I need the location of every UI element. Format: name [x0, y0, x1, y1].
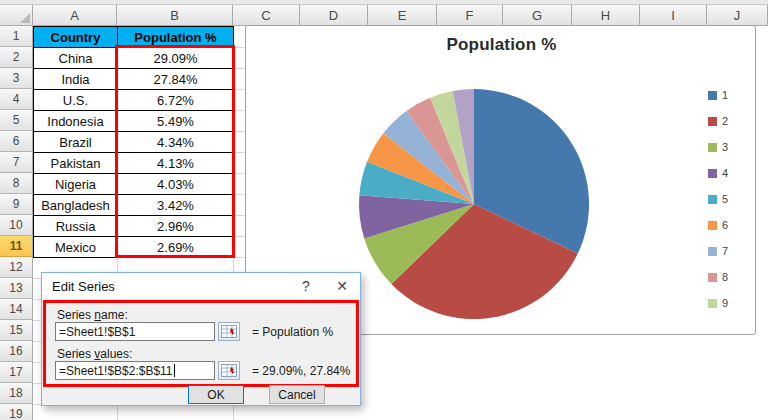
row-header-11[interactable]: 11	[0, 236, 33, 257]
row-header-15[interactable]: 15	[0, 320, 33, 341]
cell[interactable]: Pakistan	[34, 153, 118, 174]
cell[interactable]: 4.03%	[118, 174, 234, 195]
legend-label: 9	[722, 297, 728, 309]
column-header-G[interactable]: G	[503, 5, 572, 26]
legend-label: 3	[722, 141, 728, 153]
table-row: U.S.6.72%	[34, 90, 234, 111]
row-header-6[interactable]: 6	[0, 131, 33, 152]
series-name-input[interactable]: =Sheet1!$B$1	[55, 322, 215, 341]
chart-legend: 123456789	[708, 89, 728, 309]
row-header-8[interactable]: 8	[0, 173, 33, 194]
header-cell[interactable]: Population %	[118, 27, 234, 48]
row-header-9[interactable]: 9	[0, 194, 33, 215]
collapse-dialog-button[interactable]	[218, 322, 240, 341]
series-values-input[interactable]: =Sheet1!$B$2:$B$11	[55, 361, 215, 380]
range-selector-icon	[221, 325, 237, 338]
row-header-5[interactable]: 5	[0, 110, 33, 131]
select-all-triangle-icon	[20, 13, 30, 23]
legend-item-1[interactable]: 1	[708, 89, 728, 101]
row-header-16[interactable]: 16	[0, 341, 33, 362]
column-header-H[interactable]: H	[572, 5, 640, 26]
column-header-F[interactable]: F	[437, 5, 503, 26]
cell[interactable]: 3.42%	[118, 195, 234, 216]
table-row: Pakistan4.13%	[34, 153, 234, 174]
row-header-19[interactable]: 19	[0, 404, 33, 420]
series-name-label: Series name:	[57, 308, 128, 322]
ok-button[interactable]: OK	[188, 385, 244, 404]
row-header-4[interactable]: 4	[0, 89, 33, 110]
legend-label: 6	[722, 219, 728, 231]
legend-item-2[interactable]: 2	[708, 115, 728, 127]
legend-item-9[interactable]: 9	[708, 297, 728, 309]
cell[interactable]: 6.72%	[118, 90, 234, 111]
legend-swatch	[708, 91, 717, 100]
legend-swatch	[708, 195, 717, 204]
legend-item-4[interactable]: 4	[708, 167, 728, 179]
header-cell[interactable]: Country	[34, 27, 118, 48]
cell[interactable]: 27.84%	[118, 69, 234, 90]
dialog-fields-annotation-box: Series name: =Sheet1!$B$1 = Population %…	[43, 300, 359, 387]
country-population-table: CountryPopulation %China29.09%India27.84…	[33, 26, 234, 258]
series-values-label: Series values:	[57, 347, 132, 361]
edit-series-dialog: Edit Series ? ✕ Series name: =Sheet1!$B$…	[41, 272, 361, 406]
text-cursor	[174, 364, 175, 377]
legend-swatch	[708, 299, 717, 308]
row-header-17[interactable]: 17	[0, 362, 33, 383]
column-header-I[interactable]: I	[640, 5, 707, 26]
column-header-E[interactable]: E	[368, 5, 437, 26]
table-row: Russia2.96%	[34, 216, 234, 237]
table-row: Indonesia5.49%	[34, 111, 234, 132]
dialog-titlebar[interactable]: Edit Series ? ✕	[42, 273, 360, 299]
cell[interactable]: Bangladesh	[34, 195, 118, 216]
row-header-13[interactable]: 13	[0, 278, 33, 299]
table-row: Mexico2.69%	[34, 237, 234, 258]
cell[interactable]: 2.96%	[118, 216, 234, 237]
legend-item-5[interactable]: 5	[708, 193, 728, 205]
row-header-1[interactable]: 1	[0, 26, 33, 47]
legend-item-8[interactable]: 8	[708, 271, 728, 283]
column-header-B[interactable]: B	[117, 5, 233, 26]
excel-screen: ABCDEFGHIJ 12345678910111213141516171819…	[0, 0, 768, 420]
help-icon[interactable]: ?	[288, 273, 324, 299]
table-row: Brazil4.34%	[34, 132, 234, 153]
column-header-J[interactable]: J	[707, 5, 768, 26]
select-all-button[interactable]	[0, 5, 33, 26]
cell[interactable]: China	[34, 48, 118, 69]
legend-item-3[interactable]: 3	[708, 141, 728, 153]
row-header-10[interactable]: 10	[0, 215, 33, 236]
cell[interactable]: 5.49%	[118, 111, 234, 132]
cell[interactable]: U.S.	[34, 90, 118, 111]
table-row: Nigeria4.03%	[34, 174, 234, 195]
dialog-title: Edit Series	[52, 279, 115, 294]
row-header-18[interactable]: 18	[0, 383, 33, 404]
legend-swatch	[708, 273, 717, 282]
row-header-2[interactable]: 2	[0, 47, 33, 68]
cell[interactable]: India	[34, 69, 118, 90]
legend-label: 1	[722, 89, 728, 101]
legend-swatch	[708, 221, 717, 230]
legend-swatch	[708, 169, 717, 178]
column-header-C[interactable]: C	[233, 5, 300, 26]
series-values-preview: = 29.09%, 27.84%	[252, 364, 350, 378]
cell[interactable]: Brazil	[34, 132, 118, 153]
row-header-7[interactable]: 7	[0, 152, 33, 173]
row-header-12[interactable]: 12	[0, 257, 33, 278]
cell[interactable]: Russia	[34, 216, 118, 237]
cell[interactable]: Mexico	[34, 237, 118, 258]
column-header-D[interactable]: D	[300, 5, 368, 26]
legend-label: 4	[722, 167, 728, 179]
row-header-14[interactable]: 14	[0, 299, 33, 320]
cancel-button[interactable]: Cancel	[269, 385, 325, 404]
column-header-A[interactable]: A	[33, 5, 117, 26]
cell[interactable]: Nigeria	[34, 174, 118, 195]
legend-item-6[interactable]: 6	[708, 219, 728, 231]
cell[interactable]: 4.13%	[118, 153, 234, 174]
cell[interactable]: Indonesia	[34, 111, 118, 132]
row-header-3[interactable]: 3	[0, 68, 33, 89]
legend-item-7[interactable]: 7	[708, 245, 728, 257]
cell[interactable]: 29.09%	[118, 48, 234, 69]
cell[interactable]: 4.34%	[118, 132, 234, 153]
close-icon[interactable]: ✕	[324, 273, 360, 299]
collapse-dialog-button-values[interactable]	[218, 361, 240, 380]
cell[interactable]: 2.69%	[118, 237, 234, 258]
